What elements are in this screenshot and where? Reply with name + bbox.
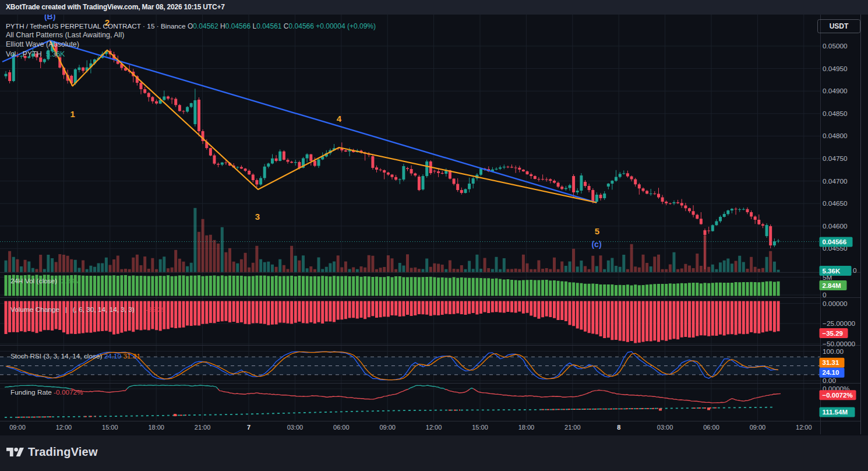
- svg-text:2.84M: 2.84M: [61, 277, 80, 285]
- svg-text:15:00: 15:00: [472, 424, 488, 431]
- svg-text:03:00: 03:00: [657, 424, 673, 431]
- svg-text:0.04850: 0.04850: [823, 110, 848, 118]
- svg-text:100.00: 100.00: [823, 347, 844, 356]
- svg-text:3: 3: [255, 212, 260, 222]
- svg-text:-35.29: -35.29: [146, 305, 165, 314]
- svg-text:0.00000: 0.00000: [823, 300, 848, 308]
- svg-text:24H Vol (close): 24H Vol (close): [10, 277, 57, 285]
- svg-text:7: 7: [247, 424, 250, 431]
- svg-text:(B): (B): [44, 15, 55, 21]
- svg-text:−25.00000: −25.00000: [823, 319, 856, 328]
- svg-text:15:00: 15:00: [102, 424, 118, 431]
- svg-text:18:00: 18:00: [518, 424, 535, 431]
- svg-text:31.31: 31.31: [823, 359, 839, 366]
- svg-text:06:00: 06:00: [703, 424, 719, 431]
- svg-text:Stoch RSI (3, 3, 14, 14, close: Stoch RSI (3, 3, 14, 14, close) 24.10 31…: [10, 352, 140, 360]
- svg-text:PYTH / TetherUS PERPETUAL CONT: PYTH / TetherUS PERPETUAL CONTRACT · 15 …: [6, 22, 186, 30]
- svg-text:(c): (c): [591, 240, 601, 249]
- svg-text:24.10: 24.10: [823, 369, 839, 376]
- svg-text:12:00: 12:00: [56, 424, 72, 431]
- svg-text:−35.29: −35.29: [823, 330, 844, 337]
- svg-text:All Chart Patterns (Last Await: All Chart Patterns (Last Awaiting, All): [6, 31, 124, 39]
- svg-text:0.04650: 0.04650: [823, 199, 848, 208]
- svg-text:USDT: USDT: [830, 22, 849, 30]
- svg-text:09:00: 09:00: [379, 424, 396, 431]
- svg-text:21:00: 21:00: [195, 424, 211, 431]
- svg-text:09:00: 09:00: [9, 424, 26, 431]
- svg-text:0.04800: 0.04800: [823, 132, 848, 140]
- svg-text:18:00: 18:00: [148, 424, 164, 431]
- svg-text:06:00: 06:00: [333, 424, 350, 431]
- svg-text:0.04566: 0.04566: [823, 238, 847, 245]
- svg-text:111.54M: 111.54M: [823, 409, 848, 416]
- svg-text:Vol · PYTH 5.36K: Vol · PYTH 5.36K: [6, 50, 65, 58]
- svg-text:4: 4: [337, 114, 342, 124]
- svg-text:0.05000: 0.05000: [823, 42, 848, 50]
- svg-text:5.36K: 5.36K: [823, 268, 841, 275]
- svg-text:0.04600: 0.04600: [823, 222, 848, 230]
- svg-text:1: 1: [70, 109, 75, 119]
- svg-text:09:00: 09:00: [750, 424, 766, 431]
- svg-text:0.04950: 0.04950: [823, 65, 848, 73]
- svg-text:0: 0: [853, 266, 857, 275]
- svg-text:0.04750: 0.04750: [823, 154, 848, 163]
- svg-text:0: 0: [823, 291, 827, 299]
- svg-text:Volume Change | (, 6, 30,: Volume Change | (, 6, 30, 14, 14, 3, 3): [10, 305, 135, 314]
- svg-text:2.84M: 2.84M: [823, 282, 841, 289]
- svg-text:O0.04562 H0.04566 L0.04561 C0.: O0.04562 H0.04566 L0.04561 C0.04566 +0.0…: [188, 22, 376, 30]
- svg-text:5: 5: [595, 226, 599, 236]
- svg-text:−0.0072%: −0.0072%: [823, 392, 853, 399]
- svg-text:21:00: 21:00: [564, 424, 581, 431]
- svg-text:03:00: 03:00: [287, 424, 304, 431]
- svg-text:Elliott Wave (Absolute): Elliott Wave (Absolute): [6, 40, 79, 48]
- svg-text:0.04900: 0.04900: [823, 87, 848, 95]
- svg-text:12:00: 12:00: [426, 424, 442, 431]
- svg-text:8: 8: [617, 424, 620, 431]
- svg-text:0.00: 0.00: [823, 377, 836, 385]
- svg-text:0.04700: 0.04700: [823, 177, 848, 185]
- svg-text:12:00: 12:00: [796, 424, 812, 431]
- svg-text:Funding Rate -0.0072%: Funding Rate -0.0072%: [10, 388, 83, 396]
